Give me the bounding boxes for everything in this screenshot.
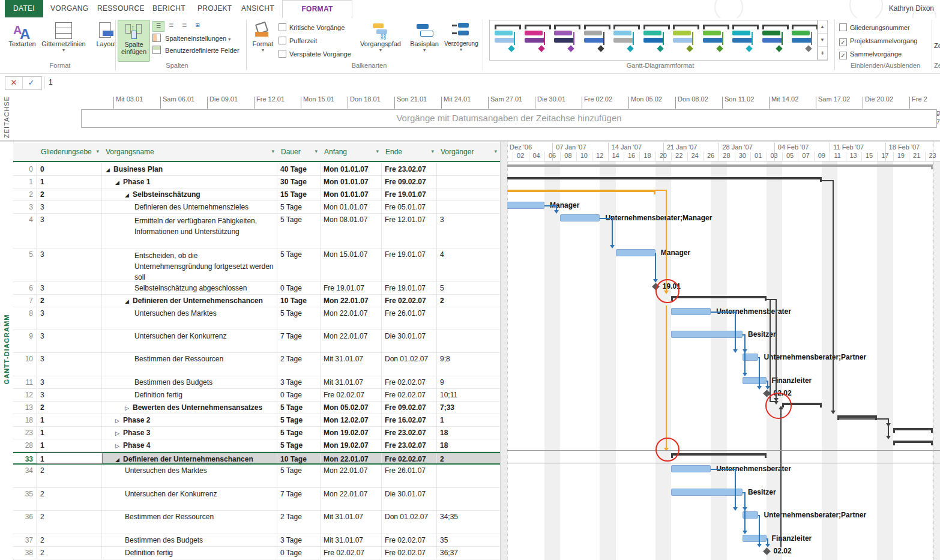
filter-arrow-icon[interactable]: ▾ <box>96 148 99 154</box>
user-name[interactable]: Kathryn Dixon <box>889 4 934 13</box>
row-number[interactable]: 33 <box>13 453 37 463</box>
cell-gliederungsebene[interactable]: 2 <box>37 465 102 487</box>
cell-vorgaenger[interactable] <box>437 488 500 510</box>
tab-ressource[interactable]: RESSOURCE <box>89 0 153 17</box>
row-number[interactable]: 35 <box>13 488 37 510</box>
cell-ende[interactable]: Don 01.02.07 <box>382 511 437 534</box>
cell-ende[interactable]: Fre 02.02.07 <box>382 453 437 463</box>
summary-bar[interactable] <box>837 415 877 418</box>
cell-vorgaenger[interactable]: 2 <box>437 453 500 463</box>
cell-ende[interactable]: Don 01.02.07 <box>382 353 437 376</box>
cell-vorgaenger[interactable]: 2 <box>437 295 500 307</box>
spalteneinstellungen-button[interactable]: Spalteneinstellungen ▾ <box>152 34 230 43</box>
column-header-ende[interactable]: Ende ▾ <box>382 143 438 162</box>
table-row[interactable]: 8 3 Untersuchen des Marktes 5 Tage Mon 2… <box>13 307 500 330</box>
cell-dauer[interactable]: 0 Tage <box>277 389 321 401</box>
cell-dauer[interactable]: 15 Tage <box>277 188 321 200</box>
cell-vorgaenger[interactable]: 4 <box>437 248 500 282</box>
expand-triangle-icon[interactable]: ◢ <box>125 298 133 304</box>
cell-anfang[interactable]: Fre 19.01.07 <box>321 282 382 294</box>
cell-anfang[interactable]: Mon 08.01.07 <box>321 214 382 248</box>
spalte-einfuegen-button[interactable]: ↑ Spalte einfügen <box>118 20 150 62</box>
row-number[interactable]: 0 <box>13 163 37 175</box>
row-number[interactable]: 34 <box>13 465 37 487</box>
task-bar[interactable] <box>671 331 743 338</box>
cell-ende[interactable]: Fre 12.01.07 <box>382 214 437 248</box>
cell-vorgangsname[interactable]: Entscheiden, ob die Unternehmensgründung… <box>102 248 277 282</box>
basisplan-button[interactable]: Basisplan ▾ <box>406 20 443 61</box>
task-bar[interactable] <box>507 202 544 209</box>
cell-dauer[interactable]: 3 Tage <box>277 534 321 546</box>
cell-anfang[interactable]: Mon 01.01.07 <box>321 201 382 213</box>
cell-dauer[interactable]: 5 Tage <box>277 427 321 439</box>
task-bar[interactable] <box>743 535 767 542</box>
cell-vorgangsname[interactable]: Definieren des Unternehmenszieles <box>102 201 277 213</box>
summary-bar[interactable] <box>507 190 655 192</box>
gantt-style-thumb[interactable] <box>702 23 728 56</box>
cell-gliederungsebene[interactable]: 3 <box>37 307 102 330</box>
table-row[interactable]: 33 1 ◢Definieren der Unternehmenschancen… <box>13 452 500 465</box>
cell-gliederungsebene[interactable]: 3 <box>37 330 102 352</box>
cell-vorgaenger[interactable]: 9;8 <box>437 353 500 376</box>
row-number[interactable]: 23 <box>13 427 37 439</box>
table-row[interactable]: 35 2 Untersuchen der Konkurrenz 7 Tage M… <box>13 488 500 511</box>
cell-vorgaenger[interactable] <box>437 163 500 175</box>
cell-anfang[interactable]: Mon 12.02.07 <box>321 414 382 426</box>
expand-triangle-icon[interactable]: ◢ <box>115 457 123 463</box>
cell-ende[interactable]: Fre 16.02.07 <box>382 414 437 426</box>
entry-field[interactable]: 1 <box>44 76 937 89</box>
table-row[interactable]: 6 3 Selbsteinschätzung abgeschlossen 0 T… <box>13 282 500 295</box>
cell-dauer[interactable]: 5 Tage <box>277 214 321 248</box>
cell-vorgaenger[interactable] <box>437 201 500 213</box>
cell-dauer[interactable]: 10 Tage <box>277 295 321 307</box>
cell-gliederungsebene[interactable]: 3 <box>37 214 102 248</box>
cell-gliederungsebene[interactable]: 2 <box>37 295 102 307</box>
column-header-level[interactable]: Gliederungsebe ▾ <box>37 143 103 162</box>
cell-ende[interactable]: Fre 09.02.07 <box>382 176 437 188</box>
cell-dauer[interactable]: 10 Tage <box>277 453 321 463</box>
cell-vorgangsname[interactable]: ▷Phase 3 <box>102 427 277 439</box>
verzoegerung-button[interactable]: Verzögerung ▾ <box>444 20 478 61</box>
cell-dauer[interactable]: 0 Tage <box>277 547 321 559</box>
gallery-scroll-down-icon[interactable]: ▼ <box>818 34 827 47</box>
cell-vorgangsname[interactable]: Untersuchen der Konkurrenz <box>102 330 277 352</box>
cell-ende[interactable]: Fre 23.02.07 <box>382 439 437 451</box>
cell-vorgangsname[interactable]: ▷Bewerten des Unternehmensansatzes <box>102 402 277 414</box>
cancel-entry-button[interactable]: ✕ <box>5 77 23 89</box>
cell-gliederungsebene[interactable]: 1 <box>37 453 102 463</box>
gliederungsnummer-checkbox[interactable]: Gliederungsnummer <box>839 23 910 32</box>
row-number[interactable]: 9 <box>13 330 37 352</box>
table-row[interactable]: 13 2 ▷Bewerten des Unternehmensansatzes … <box>13 402 500 414</box>
task-bar[interactable] <box>743 377 767 384</box>
cell-gliederungsebene[interactable]: 3 <box>37 201 102 213</box>
table-row[interactable]: 10 3 Bestimmen der Ressourcen 2 Tage Mit… <box>13 353 500 376</box>
cell-gliederungsebene[interactable]: 1 <box>37 176 102 188</box>
gantt-chart[interactable]: 31 Dez '0607 Jan '0714 Jan '0721 Jan '07… <box>507 142 940 560</box>
gantt-style-gallery[interactable] <box>489 20 818 61</box>
table-row[interactable]: 1 1 ◢Phase 1 30 Tage Mon 01.01.07 Fre 09… <box>13 176 500 188</box>
summary-bar[interactable] <box>507 177 822 179</box>
cell-gliederungsebene[interactable]: 0 <box>37 163 102 175</box>
cell-vorgaenger[interactable]: 5 <box>437 282 500 294</box>
cell-anfang[interactable]: Mit 31.01.07 <box>321 376 382 388</box>
cell-ende[interactable]: Fre 02.02.07 <box>382 389 437 401</box>
collapse-triangle-icon[interactable]: ▷ <box>115 443 123 449</box>
align-left-button[interactable]: ☰ <box>152 21 164 32</box>
collapse-triangle-icon[interactable]: ▷ <box>115 418 123 424</box>
cell-gliederungsebene[interactable]: 1 <box>37 439 102 451</box>
row-number[interactable]: 28 <box>13 439 37 451</box>
cell-gliederungsebene[interactable]: 2 <box>37 188 102 200</box>
expand-triangle-icon[interactable]: ◢ <box>106 167 113 173</box>
cell-gliederungsebene[interactable]: 2 <box>37 511 102 534</box>
row-number[interactable]: 2 <box>13 188 37 200</box>
cell-vorgaenger[interactable] <box>437 465 500 487</box>
task-bar[interactable] <box>671 465 711 472</box>
cell-ende[interactable]: Die 30.01.07 <box>382 330 437 352</box>
row-number[interactable]: 6 <box>13 282 37 294</box>
column-header-vorg[interactable]: Vorgänger ▾ <box>437 143 501 162</box>
cell-dauer[interactable]: 5 Tage <box>277 439 321 451</box>
row-number[interactable]: 1 <box>13 176 37 188</box>
row-number[interactable]: 8 <box>13 307 37 330</box>
cell-vorgaenger[interactable]: 35 <box>437 534 500 546</box>
gallery-more-icon[interactable]: ⇟ <box>818 47 827 60</box>
